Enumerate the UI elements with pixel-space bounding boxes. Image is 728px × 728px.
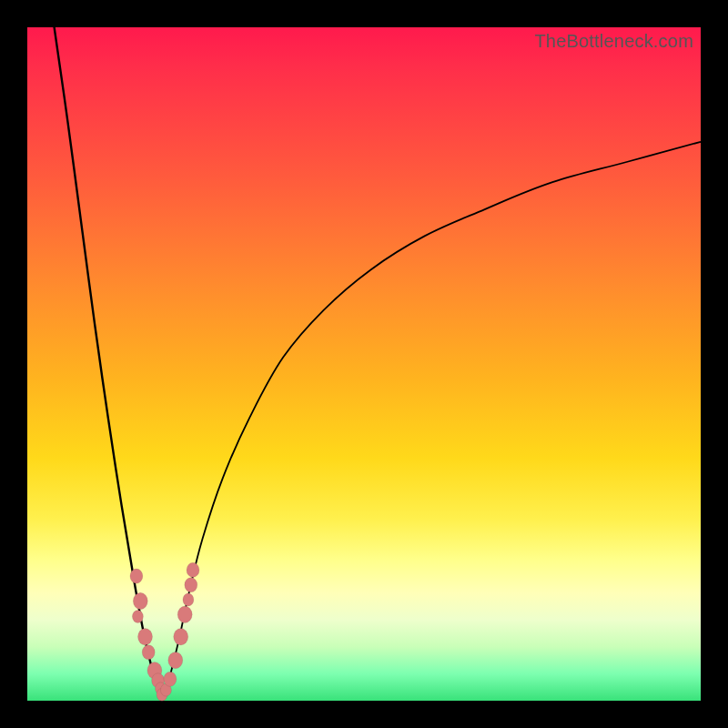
trough-marker xyxy=(185,578,197,592)
plot-area: TheBottleneck.com xyxy=(27,27,701,701)
trough-marker xyxy=(138,629,153,645)
trough-marker xyxy=(177,606,192,622)
trough-marker xyxy=(130,569,143,583)
curve-right-branch xyxy=(162,142,701,701)
trough-marker xyxy=(164,672,177,686)
trough-marker xyxy=(132,611,143,623)
trough-marker xyxy=(142,645,155,660)
trough-marker xyxy=(187,562,199,577)
trough-marker xyxy=(168,652,183,668)
trough-marker xyxy=(183,593,194,606)
trough-markers xyxy=(130,562,199,701)
trough-marker xyxy=(133,592,147,609)
curve-layer xyxy=(27,27,701,701)
trough-marker xyxy=(174,629,188,645)
chart-frame: TheBottleneck.com xyxy=(0,0,728,728)
